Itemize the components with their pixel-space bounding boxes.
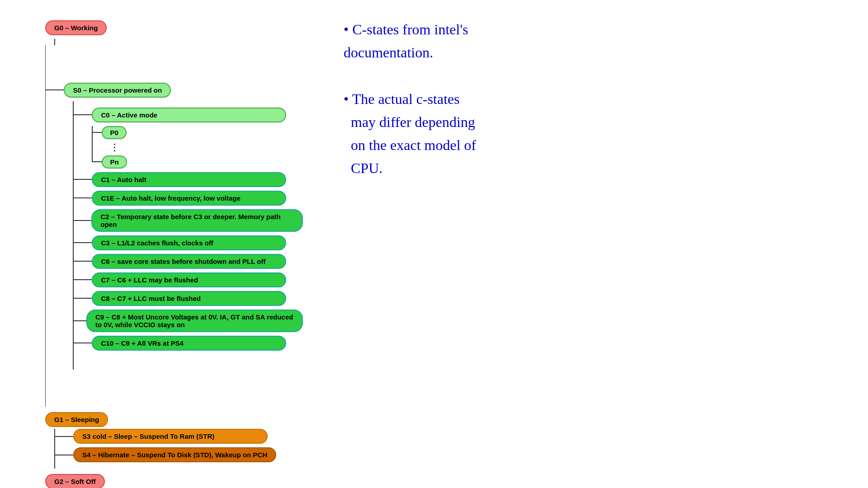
C6-label: C6 – save core states before shutdown an… [92,254,286,269]
node-G0: G0 – Working [45,20,303,35]
C0-label: C0 – Active mode [92,108,286,122]
S3-label: S3 cold – Sleep – Suspend To Ram (STR) [73,429,268,444]
C7-label: C7 – C6 + LLC may be flushed [92,272,286,287]
G1-label: G1 – Sleeping [45,412,108,427]
handwritten-notes: • C-states from intel'sdocumentation. • … [344,18,476,180]
node-G1: G1 – Sleeping [45,412,303,427]
tree-diagram: G0 – Working S0 – Processor powered on [9,14,307,488]
notes-panel: • C-states from intel'sdocumentation. • … [316,0,868,488]
P0-label: P0 [102,126,126,139]
C9-label: C9 – C8 + Most Uncore Voltages at 0V. IA… [86,310,303,332]
diagram-panel: G0 – Working S0 – Processor powered on [0,0,316,488]
G0-label: G0 – Working [45,20,107,35]
S0-label: S0 – Processor powered on [64,83,171,98]
Pn-label: Pn [102,155,127,169]
note-bullet2: • The actual c-states may differ dependi… [344,88,476,180]
C1E-label: C1E – Auto halt, low frequency, low volt… [92,191,286,206]
C10-label: C10 – C9 + All VRs at PS4 [92,336,286,351]
C8-label: C8 – C7 + LLC must be flushed [92,291,286,306]
note-bullet1: • C-states from intel'sdocumentation. [344,18,476,64]
S4-label: S4 – Hibernate – Suspend To Disk (STD), … [73,447,276,462]
node-G2: G2 – Soft Off [45,474,303,488]
G2-label: G2 – Soft Off [45,474,105,488]
C1-label: C1 – Auto halt [92,172,286,187]
C2-label: C2 – Temporary state before C3 or deeper… [91,209,303,232]
C3-label: C3 – L1/L2 caches flush, clocks off [92,235,286,250]
dots: ⋮ [102,141,127,154]
